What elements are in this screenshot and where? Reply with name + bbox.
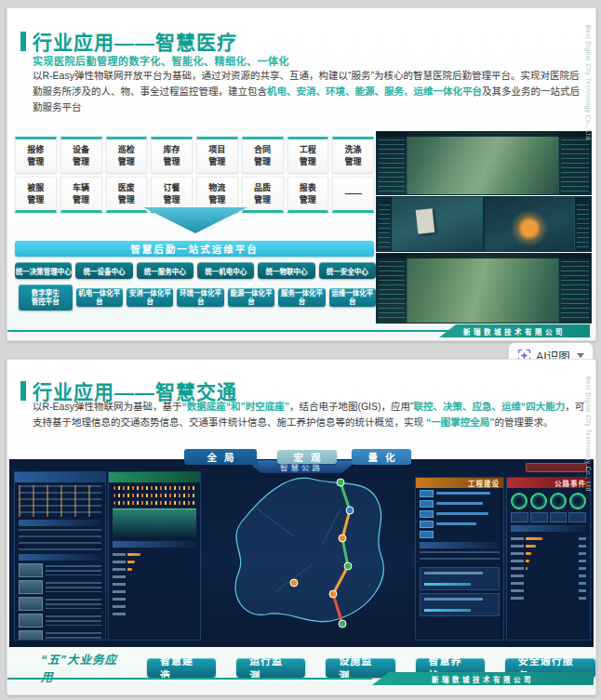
bar-row bbox=[109, 610, 200, 617]
para-highlight: 联控、决策、应急、运维“四大能力 bbox=[414, 401, 566, 412]
hud-panel bbox=[377, 197, 393, 251]
screenshot-energy-monitor bbox=[484, 196, 592, 252]
gauge-icon bbox=[530, 493, 547, 509]
title-bar-decoration bbox=[20, 381, 26, 401]
center-pill: 统一决策管理中心 bbox=[15, 262, 72, 279]
slide1-subtitle: 实现医院后勤管理的数字化、智能化、精细化、一体化 bbox=[33, 53, 289, 68]
camera-thumbnail bbox=[19, 630, 43, 641]
project-row bbox=[416, 488, 503, 498]
center-pill: 统一安全中心 bbox=[319, 262, 376, 279]
module-cell: 报修管理 bbox=[15, 137, 57, 173]
module-cell: 车辆管理 bbox=[60, 177, 102, 213]
building-shape bbox=[416, 208, 435, 234]
para-highlight: “一图掌控全局” bbox=[426, 416, 495, 428]
slide1-title: 行业应用——智慧医疗 bbox=[20, 27, 237, 55]
event-bar-row bbox=[507, 564, 590, 572]
project-row bbox=[416, 498, 503, 508]
camera-thumbnail bbox=[19, 580, 43, 594]
panel-header bbox=[15, 472, 105, 482]
company-side-text: Best Digital City Technology Co., Ltd bbox=[585, 376, 592, 492]
para-text: 的管理要求。 bbox=[494, 416, 553, 428]
bar-row bbox=[109, 573, 200, 580]
event-bar-row bbox=[507, 594, 590, 601]
tab-quantify: 量化 bbox=[352, 449, 411, 465]
footer-line bbox=[7, 678, 372, 680]
platform-pill: 数字孪生管控平台 bbox=[19, 284, 73, 310]
bar-row bbox=[109, 580, 200, 588]
app-button: 运行监测 bbox=[236, 658, 305, 678]
camera-row bbox=[19, 614, 101, 627]
platform-pill: 机电一体化平台 bbox=[76, 288, 123, 307]
funnel-arrow-icon bbox=[140, 207, 251, 235]
para-text: 以R-Easy弹性物联网为基础，基于 bbox=[33, 401, 181, 412]
section-bar bbox=[19, 520, 101, 526]
event-bar-row bbox=[507, 549, 590, 557]
module-cell: 洗涤管理 bbox=[332, 137, 374, 173]
section-bar bbox=[113, 541, 196, 548]
bar-row bbox=[109, 602, 200, 610]
bar-row bbox=[109, 595, 200, 602]
project-row bbox=[416, 529, 503, 539]
hud-panel bbox=[377, 254, 407, 323]
slide2-paragraph: 以R-Easy弹性物联网为基础，基于“数据底座“和”时空底座”，结合电子地图(G… bbox=[33, 399, 587, 430]
screenshot-hospital-aerial bbox=[376, 131, 592, 195]
stats-block bbox=[19, 485, 101, 517]
project-row bbox=[416, 508, 503, 519]
gauge-icon bbox=[550, 493, 567, 509]
section-bar bbox=[511, 525, 586, 532]
date-chip bbox=[526, 463, 587, 472]
slide-smart-transportation: 行业应用——智慧交通 以R-Easy弹性物联网为基础，基于“数据底座“和”时空底… bbox=[7, 359, 596, 695]
app-button: 设施监测 bbox=[326, 658, 394, 678]
platform-pill: 安消一体化平台 bbox=[127, 288, 173, 307]
event-bar-row bbox=[507, 572, 590, 579]
screenshot-campus-aerial bbox=[376, 253, 592, 324]
event-bar-row bbox=[507, 535, 590, 542]
module-cell: —— bbox=[332, 177, 374, 213]
area-chart bbox=[113, 508, 196, 537]
status-dots-strip bbox=[114, 486, 195, 490]
panel-construction: 工程建设 bbox=[415, 477, 504, 641]
para-highlight: “数据底座“和”时空底座” bbox=[181, 401, 289, 412]
event-bar-row bbox=[507, 542, 590, 549]
bar-row bbox=[109, 558, 200, 565]
project-row bbox=[416, 519, 503, 529]
status-dots-strip bbox=[114, 494, 195, 497]
traffic-dashboard-screenshot: 智慧公路 bbox=[9, 459, 594, 647]
hud-panel bbox=[377, 132, 407, 194]
camera-row bbox=[19, 597, 101, 611]
panel-header: 公路事件 bbox=[507, 478, 590, 488]
camera-row bbox=[19, 580, 101, 594]
gauge-icon bbox=[511, 493, 528, 509]
panel-header bbox=[109, 472, 200, 482]
region-map bbox=[201, 471, 413, 642]
bar-row bbox=[109, 588, 200, 595]
module-cell: 项目管理 bbox=[196, 137, 238, 173]
camera-row bbox=[19, 630, 101, 641]
para-highlight: 机电、安消、环境、能源、服务、运维一体化平台 bbox=[267, 86, 482, 97]
event-bar-row bbox=[507, 587, 590, 594]
section-bar bbox=[420, 542, 500, 548]
project-card bbox=[420, 567, 500, 590]
module-cell: 被服管理 bbox=[15, 177, 57, 213]
project-card bbox=[420, 593, 500, 616]
page: 行业应用——智慧医疗 实现医院后勤管理的数字化、智能化、精细化、一体化 以R-E… bbox=[0, 0, 601, 700]
panel-header: 工程建设 bbox=[416, 478, 503, 488]
camera-thumbnail bbox=[19, 614, 43, 627]
module-cell: 库存管理 bbox=[151, 137, 193, 173]
unified-centers-row: 统一决策管理中心 统一设备中心 统一服务中心 统一机电中心 统一物联中心 统一安… bbox=[15, 262, 376, 279]
center-pill: 统一服务中心 bbox=[137, 262, 194, 279]
slide1-title-text: 行业应用——智慧医疗 bbox=[33, 27, 237, 55]
module-grid: 报修管理 设备管理 巡检管理 库存管理 项目管理 合同管理 工程管理 洗涤管理 … bbox=[15, 137, 374, 213]
app-button: 智慧建造 bbox=[147, 658, 216, 678]
module-cell: 合同管理 bbox=[242, 137, 284, 173]
center-pill: 统一物联中心 bbox=[258, 262, 314, 279]
panel-road-events: 公路事件 bbox=[506, 477, 591, 641]
bar-row bbox=[109, 550, 200, 558]
hud-panel bbox=[574, 197, 591, 251]
stat-boxes bbox=[511, 512, 586, 522]
hud-topbar bbox=[377, 254, 591, 258]
gauge-icon bbox=[569, 493, 586, 509]
tab-global: 全局 bbox=[184, 449, 257, 465]
slide1-paragraph: 以R-Easy弹性物联网开放平台为基础，通过对资源的共享、互通，构建以“服务”为… bbox=[33, 68, 587, 115]
camera-row bbox=[19, 563, 101, 577]
